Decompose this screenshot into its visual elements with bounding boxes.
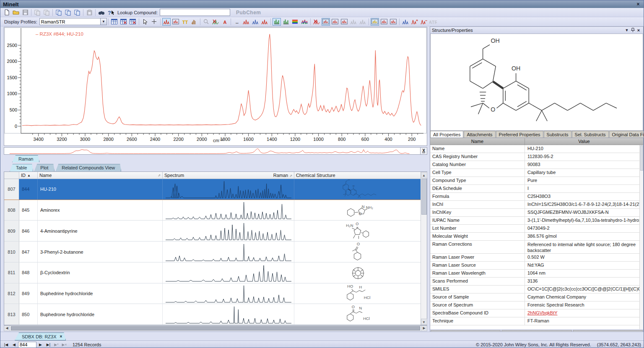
gray-tool-1-icon[interactable] [349, 18, 358, 26]
property-row[interactable]: Catalog Number90083 [430, 161, 643, 169]
nav-append-button[interactable]: ▶* [53, 342, 60, 348]
database-tab[interactable]: SDBX DB: RZ3X × [15, 332, 66, 340]
nav-insert-button[interactable]: ▶× [61, 342, 68, 348]
column-header-spectrum[interactable]: Spectrum Raman ⇗ [163, 172, 294, 179]
view-tab-related-compounds-view[interactable]: Related Compounds View [55, 164, 121, 171]
properties-tab-attachments[interactable]: Attachments [464, 131, 495, 138]
select-cursor-icon[interactable] [141, 18, 149, 26]
label-tool-icon[interactable]: TT [181, 18, 189, 26]
atr-correction-icon[interactable]: ATR [429, 18, 437, 26]
table-edit-icon[interactable] [119, 18, 128, 26]
spectrum-plot-canvas[interactable]: 3400320030002800260024002200200018001600… [4, 27, 427, 145]
contour-view-icon[interactable] [291, 18, 299, 26]
single-spectrum-icon[interactable] [322, 18, 330, 26]
overview-trace[interactable] [4, 148, 420, 154]
table-row[interactable]: 8108473-Phenyl-2-butanoneO [4, 242, 427, 262]
column-header-structure[interactable]: Chemical Structure [294, 172, 427, 179]
peak-pick-icon[interactable] [371, 18, 379, 26]
column-header-name[interactable]: Name ⇗ [38, 172, 163, 179]
nav-next-button[interactable]: ▶ [37, 342, 44, 348]
peak-remove-icon[interactable]: − [420, 18, 428, 26]
property-row[interactable]: Raman Laser SourceNd:YAG [430, 262, 643, 270]
table-delete-icon[interactable] [129, 18, 137, 26]
crosshair-icon[interactable] [150, 18, 158, 26]
property-value-link[interactable]: 2hNGVbqkBtY [525, 309, 643, 317]
view-tab-plot[interactable]: Plot [34, 164, 55, 171]
scroll-right-icon[interactable]: ▶ [421, 326, 427, 331]
peak-label-icon[interactable] [389, 18, 397, 26]
table-row[interactable]: 813850Buphedrone hydrochlorideONHCl [4, 304, 427, 325]
transfer-record-icon[interactable] [33, 9, 42, 16]
property-row[interactable]: SpectraBase Compound ID2hNGVbqkBtY [430, 309, 643, 317]
properties-tab-sel-substructs[interactable]: Sel. Substructs [572, 131, 609, 138]
property-row[interactable]: NameHU-210 [430, 145, 643, 153]
column-header-id[interactable]: ID ▲ [19, 172, 38, 179]
pan-hand-icon[interactable] [190, 18, 198, 26]
property-row[interactable]: Raman Laser Wavelength1064 nm [430, 270, 643, 278]
panel-collapse-icon[interactable]: ▼ [624, 28, 630, 32]
display-profile-combobox[interactable] [39, 18, 101, 25]
clear-overlay-icon[interactable] [312, 18, 321, 26]
context-help-icon[interactable]: ? [106, 9, 115, 16]
property-row[interactable]: Source of SpectrumForensic Spectral Rese… [430, 301, 643, 309]
pane-tab-raman[interactable]: Raman [12, 155, 39, 162]
copy-record-icon[interactable] [55, 9, 63, 16]
lookup-compound-input[interactable] [160, 9, 230, 16]
table-view-icon[interactable] [110, 18, 119, 26]
properties-scrollbar[interactable] [639, 145, 643, 329]
nav-first-button[interactable]: |◀ [3, 342, 10, 348]
property-row[interactable]: SMILESOC\C=1C[C@]2(c3c(cc(cc3OC([C@@]2(C… [430, 286, 643, 293]
overlay-icon[interactable] [242, 18, 250, 26]
table-horizontal-scrollbar[interactable]: ◀ ▶ [4, 325, 427, 331]
property-row[interactable]: Molecular Weight386.576 g/mol [430, 233, 643, 241]
multi-trace-icon[interactable] [300, 18, 309, 26]
table-row[interactable]: 807844HU-210OHOHO [4, 179, 427, 200]
property-row[interactable]: Scans Performed3136 [430, 278, 643, 286]
peak-add-icon[interactable]: + [410, 18, 419, 26]
property-row[interactable]: Cell TypeCapillary tube [430, 169, 643, 177]
property-row[interactable]: IUPAC Name3-(1,1'-Dimethylheptyl)-6a,7,1… [430, 217, 643, 225]
table-vertical-scrollbar[interactable]: ▲ ▼ [421, 172, 427, 325]
pubchem-button[interactable]: PubChem [234, 9, 264, 16]
region-select-icon[interactable] [171, 18, 180, 26]
stack-icon[interactable] [251, 18, 260, 26]
property-row[interactable]: InChIKeySSQJFGMEZBFMNV-WOJBJXKFSA-N [430, 209, 643, 217]
properties-scroll-thumb[interactable] [640, 145, 643, 171]
property-row[interactable]: Compound TypePure [430, 177, 643, 185]
zoom-out-icon[interactable] [202, 18, 210, 26]
structure-viewer[interactable]: OHOHO [430, 34, 643, 131]
property-row[interactable]: Raman CorrectionsReferenced to internal … [430, 241, 643, 254]
panel-close-icon[interactable]: × [636, 28, 641, 33]
peak-export-icon[interactable] [401, 18, 410, 26]
paste-icon[interactable] [85, 9, 93, 16]
properties-tab-preferred-properties[interactable]: Preferred Properties [496, 131, 543, 138]
grid-header-name[interactable]: Name [430, 138, 525, 145]
property-row[interactable]: DEA ScheduleI [430, 185, 643, 193]
overview-close-icon[interactable]: X [420, 148, 427, 154]
table-row[interactable]: 808845AminorexONNH₂ [4, 200, 427, 221]
bars-grid-icon[interactable] [282, 18, 290, 26]
property-row[interactable]: Lot Number0473049-2 [430, 225, 643, 233]
full-scale-icon[interactable]: ↔ [233, 18, 241, 26]
property-row[interactable]: FormulaC25H38O3 [430, 193, 643, 201]
properties-tab-original-data-files[interactable]: Original Data Files [609, 131, 644, 138]
panel-pin-icon[interactable] [630, 28, 636, 33]
property-row[interactable]: CAS Registry Number112830-95-2 [430, 153, 643, 161]
record-number-input[interactable] [18, 342, 36, 348]
scroll-down-icon[interactable]: ▼ [421, 319, 427, 325]
nav-last-button[interactable]: ▶| [45, 342, 52, 348]
property-row[interactable]: InChIInChI=1S/C25H38O3/c1-6-7-8-9-12-24(… [430, 201, 643, 209]
split-view-icon[interactable] [260, 18, 269, 26]
spectrum-plot[interactable]: 3400320030002800260024002200200018001600… [4, 27, 427, 146]
open-database-icon[interactable] [12, 9, 20, 16]
scroll-up-icon[interactable]: ▲ [421, 172, 427, 178]
spectrum-sort-icon[interactable] [340, 18, 348, 26]
annotate-icon[interactable]: A [221, 18, 229, 26]
peak-cursor-icon[interactable] [162, 18, 171, 26]
copy-to-database-icon[interactable] [64, 9, 72, 16]
spectrum-overview-strip[interactable]: X [4, 147, 427, 155]
spectrum-list-icon[interactable] [331, 18, 339, 26]
save-icon[interactable] [21, 9, 29, 16]
search-icon[interactable] [97, 9, 106, 16]
vertical-scroll-thumb[interactable] [421, 179, 427, 215]
